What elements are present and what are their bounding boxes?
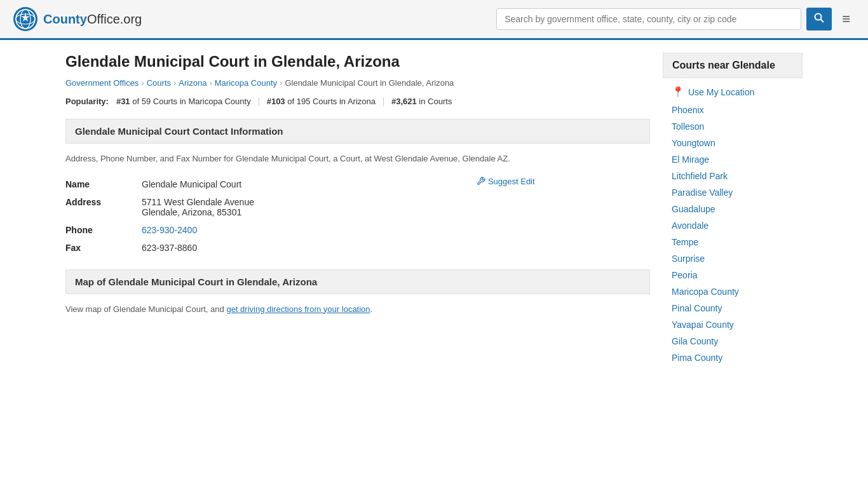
- list-item: Phoenix: [663, 102, 803, 118]
- page-title: Glendale Municipal Court in Glendale, Ar…: [65, 53, 650, 71]
- list-item: Yavapai County: [663, 316, 803, 333]
- breadcrumb-link-1[interactable]: Courts: [147, 78, 171, 88]
- sidebar: Courts near Glendale 📍 Use My Location P…: [663, 53, 803, 366]
- list-item: Gila County: [663, 333, 803, 349]
- svg-line-7: [821, 20, 824, 23]
- breadcrumb-link-0[interactable]: Government Offices: [65, 78, 139, 88]
- popularity-rank-0: #31 of 59 Courts in Maricopa County: [116, 97, 251, 106]
- svg-point-6: [815, 14, 822, 20]
- sidebar-links-list: Phoenix Tolleson Youngtown El Mirage Lit…: [663, 102, 803, 366]
- list-item: Litchfield Park: [663, 168, 803, 184]
- sidebar-link-peoria[interactable]: Peoria: [672, 270, 697, 280]
- sidebar-title: Courts near Glendale: [663, 53, 803, 78]
- search-input[interactable]: [496, 8, 801, 30]
- sidebar-link-pinal-county[interactable]: Pinal County: [672, 303, 722, 313]
- use-my-location[interactable]: 📍 Use My Location: [663, 82, 803, 102]
- breadcrumb-current: Glendale Municipal Court in Glendale, Ar…: [285, 78, 454, 88]
- site-header: CountyOffice.org ≡: [0, 0, 868, 40]
- map-section-header: Map of Glendale Municipal Court in Glend…: [65, 269, 650, 294]
- logo-icon: [13, 6, 38, 32]
- fax-label: Fax: [65, 239, 142, 257]
- sidebar-link-youngtown[interactable]: Youngtown: [672, 138, 715, 148]
- sidebar-link-yavapai-county[interactable]: Yavapai County: [672, 320, 734, 330]
- menu-button[interactable]: ≡: [837, 8, 855, 30]
- list-item: Maricopa County: [663, 283, 803, 300]
- phone-value: 623-930-2400: [142, 221, 477, 239]
- contact-section-header: Glendale Municipal Court Contact Informa…: [65, 119, 650, 144]
- list-item: Peoria: [663, 267, 803, 283]
- breadcrumb-link-2[interactable]: Arizona: [179, 78, 207, 88]
- list-item: Pima County: [663, 349, 803, 366]
- wrench-icon: [477, 177, 485, 186]
- map-description: View map of Glendale Municipal Court, an…: [65, 303, 650, 316]
- sidebar-link-paradise-valley[interactable]: Paradise Valley: [672, 187, 733, 198]
- breadcrumb-link-3[interactable]: Maricopa County: [215, 78, 277, 88]
- sidebar-link-avondale[interactable]: Avondale: [672, 220, 709, 231]
- use-location-link[interactable]: Use My Location: [688, 87, 754, 97]
- logo-area: CountyOffice.org: [13, 6, 142, 32]
- suggest-edit-link[interactable]: Suggest Edit: [477, 177, 650, 186]
- name-value: Glendale Municipal Court: [142, 175, 477, 193]
- sidebar-link-phoenix[interactable]: Phoenix: [672, 105, 704, 115]
- breadcrumb: Government Offices › Courts › Arizona › …: [65, 78, 650, 88]
- sidebar-link-tempe[interactable]: Tempe: [672, 237, 698, 247]
- logo-text: CountyOffice.org: [43, 12, 142, 27]
- sidebar-link-maricopa-county[interactable]: Maricopa County: [672, 287, 739, 297]
- list-item: Tolleson: [663, 118, 803, 135]
- popularity-rank-2: #3,621 in Courts: [391, 97, 452, 106]
- list-item: Tempe: [663, 234, 803, 250]
- list-item: El Mirage: [663, 151, 803, 168]
- list-item: Youngtown: [663, 135, 803, 151]
- sidebar-link-gila-county[interactable]: Gila County: [672, 336, 718, 346]
- sidebar-link-surprise[interactable]: Surprise: [672, 254, 705, 264]
- main-container: Glendale Municipal Court in Glendale, Ar…: [53, 40, 815, 379]
- phone-label: Phone: [65, 221, 142, 239]
- search-area: ≡: [496, 8, 855, 30]
- popularity-rank-1: #103 of 195 Courts in Arizona: [267, 97, 376, 106]
- list-item: Surprise: [663, 250, 803, 267]
- search-icon: [814, 13, 824, 23]
- contact-description: Address, Phone Number, and Fax Number fo…: [65, 152, 650, 165]
- map-section: Map of Glendale Municipal Court in Glend…: [65, 269, 650, 316]
- list-item: Guadalupe: [663, 201, 803, 217]
- location-pin-icon: 📍: [672, 86, 684, 98]
- driving-directions-link[interactable]: get driving directions from your locatio…: [226, 304, 370, 314]
- sidebar-link-litchfield-park[interactable]: Litchfield Park: [672, 171, 728, 181]
- contact-info-table: Name Glendale Municipal Court Suggest Ed…: [65, 175, 650, 257]
- sidebar-link-tolleson[interactable]: Tolleson: [672, 121, 704, 132]
- table-row: Name Glendale Municipal Court Suggest Ed…: [65, 175, 650, 193]
- search-button[interactable]: [806, 8, 832, 30]
- name-label: Name: [65, 175, 142, 193]
- contact-section: Glendale Municipal Court Contact Informa…: [65, 119, 650, 257]
- sidebar-link-guadalupe[interactable]: Guadalupe: [672, 204, 715, 214]
- content-area: Glendale Municipal Court in Glendale, Ar…: [65, 53, 650, 366]
- popularity-label: Popularity:: [65, 97, 109, 106]
- sidebar-link-el-mirage[interactable]: El Mirage: [672, 154, 709, 165]
- popularity-bar: Popularity: #31 of 59 Courts in Maricopa…: [65, 97, 650, 106]
- list-item: Pinal County: [663, 300, 803, 316]
- list-item: Avondale: [663, 217, 803, 234]
- list-item: Paradise Valley: [663, 184, 803, 201]
- address-label: Address: [65, 193, 142, 221]
- address-value: 5711 West Glendale Avenue Glendale, Ariz…: [142, 193, 477, 221]
- fax-value: 623-937-8860: [142, 239, 477, 257]
- sidebar-link-pima-county[interactable]: Pima County: [672, 353, 722, 363]
